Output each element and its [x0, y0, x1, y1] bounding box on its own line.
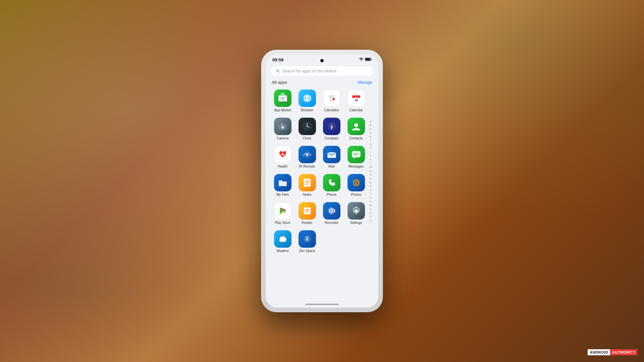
alpha-letter-B[interactable]: B: [368, 124, 373, 127]
app-item-zen-space[interactable]: ZZen Space: [296, 229, 319, 254]
app-icon-app-market: 🛒: [274, 89, 291, 107]
app-item-app-market[interactable]: 🛒App Market: [271, 88, 294, 114]
alpha-letter-R[interactable]: R: [368, 185, 373, 188]
alpha-letter-J[interactable]: J: [368, 154, 373, 158]
app-icon-my-files: [274, 174, 291, 191]
alpha-letter-F[interactable]: F: [368, 139, 373, 142]
app-item-reader[interactable]: Reader: [296, 201, 319, 226]
all-apps-title: All apps: [272, 80, 287, 85]
search-icon: [276, 69, 280, 73]
alpha-letter-Y[interactable]: Y: [368, 212, 373, 215]
app-item-health[interactable]: Health: [271, 144, 294, 170]
app-label-contacts: Contacts: [350, 136, 363, 140]
app-icon-play-store: [274, 202, 291, 220]
app-item-browser[interactable]: Browser: [296, 88, 319, 114]
manage-button[interactable]: Manage: [358, 80, 372, 85]
app-icon-health: [274, 146, 291, 163]
alphabet-index[interactable]: ABCDEFGHIJKLMNOPQRSTUVWXYZ#: [368, 88, 373, 254]
app-item-settings[interactable]: Settings: [344, 201, 368, 226]
app-label-calendar: Calendar: [349, 108, 363, 112]
app-icon-phone: [323, 174, 340, 191]
alpha-letter-V[interactable]: V: [368, 200, 373, 203]
app-label-zen-space: Zen Space: [299, 249, 315, 253]
app-label-play-store: Play Store: [275, 221, 290, 225]
svg-point-35: [331, 126, 332, 127]
app-item-play-store[interactable]: Play Store: [271, 201, 294, 226]
app-icon-calculator: + −× ÷: [323, 89, 340, 107]
app-item-phone[interactable]: Phone: [320, 173, 343, 198]
alpha-letter-X[interactable]: X: [368, 208, 373, 211]
app-icon-notes: [299, 174, 316, 191]
app-icon-mail: [323, 146, 340, 163]
alpha-letter-U[interactable]: U: [368, 196, 373, 200]
app-label-calculator: Calculator: [324, 108, 339, 112]
alpha-letter-K[interactable]: K: [368, 158, 373, 162]
alpha-letter-#[interactable]: #: [368, 219, 373, 223]
svg-point-52: [355, 182, 357, 183]
alpha-letter-O[interactable]: O: [368, 173, 373, 177]
svg-rect-39: [352, 151, 361, 158]
app-item-recorder[interactable]: Recorder: [320, 201, 343, 226]
phone-screen: 09:58: [266, 54, 378, 308]
alpha-letter-M[interactable]: M: [368, 166, 373, 169]
app-label-settings: Settings: [350, 221, 362, 225]
app-label-reader: Reader: [302, 221, 313, 225]
app-label-health: Health: [278, 165, 287, 169]
app-item-messages[interactable]: Messages: [344, 144, 368, 170]
app-item-compass[interactable]: Compass: [320, 116, 343, 142]
alpha-letter-L[interactable]: L: [368, 162, 373, 165]
battery-icon: [365, 57, 372, 62]
alpha-letter-C[interactable]: C: [368, 128, 373, 131]
alpha-letter-Q[interactable]: Q: [368, 181, 373, 184]
app-label-camera: Camera: [277, 136, 289, 140]
app-item-ir-remote[interactable]: IR Remote: [296, 144, 319, 170]
alpha-letter-H[interactable]: H: [368, 146, 373, 150]
alpha-letter-T[interactable]: T: [368, 192, 373, 196]
alpha-letter-D[interactable]: D: [368, 131, 373, 135]
app-item-photos[interactable]: Photos: [344, 173, 368, 198]
alpha-letter-W[interactable]: W: [368, 204, 373, 207]
app-icon-calendar: 19WED: [347, 89, 365, 107]
alpha-letter-A[interactable]: A: [368, 120, 373, 123]
watermark-android: ANDROID: [588, 349, 610, 355]
watermark-authority: AUTHORITY: [610, 349, 637, 355]
phone-body: 09:58: [262, 50, 382, 312]
svg-rect-61: [329, 208, 330, 213]
wifi-icon: [359, 57, 364, 62]
alpha-letter-Z[interactable]: Z: [368, 215, 373, 219]
alpha-letter-I[interactable]: I: [368, 150, 373, 154]
alpha-letter-S[interactable]: S: [368, 189, 373, 192]
app-item-mail[interactable]: Mail: [320, 144, 343, 170]
app-label-clock: Clock: [303, 136, 311, 140]
svg-rect-26: [281, 123, 283, 125]
apps-header: All apps Manage: [271, 80, 373, 85]
app-icon-weather: [274, 230, 291, 248]
svg-text:Z: Z: [306, 236, 309, 241]
svg-rect-1: [371, 59, 372, 60]
alpha-letter-E[interactable]: E: [368, 135, 373, 138]
phone-wrapper: 09:58: [262, 50, 382, 312]
search-placeholder: Search for apps on this device: [282, 69, 336, 73]
app-item-calculator[interactable]: + −× ÷Calculator: [320, 88, 343, 114]
app-label-messages: Messages: [348, 165, 364, 169]
alpha-letter-N[interactable]: N: [368, 170, 373, 173]
alpha-letter-G[interactable]: G: [368, 143, 373, 146]
svg-rect-41: [354, 154, 359, 154]
app-label-photos: Photos: [351, 193, 361, 197]
app-icon-compass: [323, 118, 340, 135]
app-item-my-files[interactable]: My Files: [271, 173, 294, 198]
app-icon-ir-remote: [299, 146, 316, 163]
app-item-weather[interactable]: Weather: [271, 229, 294, 254]
app-item-calendar[interactable]: 19WEDCalendar: [344, 88, 368, 114]
app-item-camera[interactable]: Camera: [271, 116, 294, 142]
watermark: ANDROID AUTHORITY: [588, 349, 637, 355]
app-icon-recorder: [323, 202, 340, 220]
app-item-clock[interactable]: Clock: [296, 116, 319, 142]
alpha-letter-P[interactable]: P: [368, 177, 373, 181]
app-item-contacts[interactable]: Contacts: [344, 116, 368, 142]
app-item-notes[interactable]: Notes: [296, 173, 319, 198]
app-label-weather: Weather: [276, 249, 289, 253]
svg-text:19: 19: [354, 99, 358, 102]
app-label-ir-remote: IR Remote: [299, 165, 315, 169]
search-bar[interactable]: Search for apps on this device: [271, 66, 373, 76]
